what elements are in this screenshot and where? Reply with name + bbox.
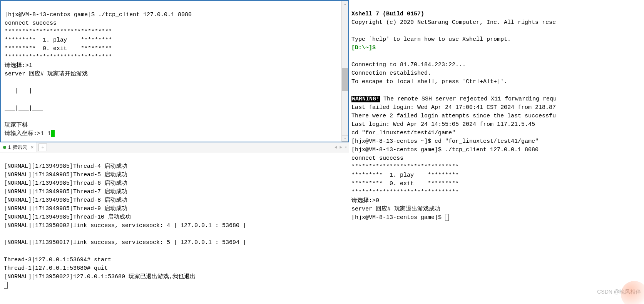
terminal-line: [NORMAL][1713949985]Thread-4 启动成功 xyxy=(4,163,127,170)
attempts-text: There were 2 failed login attempts since… xyxy=(351,113,556,119)
close-icon[interactable]: × xyxy=(31,144,34,150)
terminal-line: 玩家下棋 xyxy=(5,122,28,129)
terminal-line: server 回应# 玩家请开始游戏 xyxy=(5,71,88,77)
terminal-line: [NORMAL][1713949985]Thread-9 启动成功 xyxy=(4,205,127,212)
tab-label: 1 腾讯云 xyxy=(8,144,27,151)
terminal-line: connect success xyxy=(5,20,57,27)
cursor-icon xyxy=(4,282,8,289)
select-prompt: 请选择:>0 xyxy=(351,197,379,204)
scrollbar-thumb[interactable] xyxy=(342,68,348,91)
terminal-line: [NORMAL][1713949985]Thread-8 启动成功 xyxy=(4,197,127,204)
scroll-up-button[interactable]: ▴ xyxy=(342,1,348,7)
add-tab-button[interactable]: + xyxy=(38,144,47,151)
terminal-line: [hjx@VM-8-13-centos game]$ ./tcp_client … xyxy=(5,12,192,18)
terminal-line: ___|___|___ xyxy=(5,88,43,94)
tab-navigation[interactable]: ◄ ► ▾ xyxy=(335,145,347,150)
last-login-text: Last login: Wed Apr 24 14:55:05 2024 fro… xyxy=(351,121,535,128)
terminal-line: ********* 0. exit ********* xyxy=(5,45,112,52)
scroll-down-button[interactable]: ▾ xyxy=(342,135,348,142)
cursor-icon xyxy=(445,214,449,221)
terminal-line: 请选择:>1 xyxy=(5,62,32,69)
tab-tencent-cloud[interactable]: 1 腾讯云 × xyxy=(0,142,37,152)
status-dot-icon xyxy=(3,146,6,149)
right-terminal-pane[interactable]: Xshell 7 (Build 0157) Copyright (c) 2020… xyxy=(349,0,644,304)
terminal-line: [NORMAL][1713950022]127.0.0.1:53680 玩家已退… xyxy=(4,274,196,280)
help-text: Type `help' to learn how to use Xshell p… xyxy=(351,36,511,43)
last-failed-text: Last failed login: Wed Apr 24 17:00:41 C… xyxy=(351,104,556,111)
terminal-line: [NORMAL][1713949985]Thread-7 启动成功 xyxy=(4,189,127,195)
menu-border: ******************************* xyxy=(351,164,459,170)
cursor-icon xyxy=(51,130,55,137)
terminal-line: [NORMAL][1713950017]link success, servic… xyxy=(4,239,246,246)
escape-text: To escape to local shell, press 'Ctrl+Al… xyxy=(351,79,507,85)
terminal-line: [NORMAL][1713949985]Thread-5 启动成功 xyxy=(4,172,127,178)
top-terminal-pane[interactable]: [hjx@VM-8-13-centos game]$ ./tcp_client … xyxy=(0,0,349,142)
terminal-line: ___|___|___ xyxy=(5,105,43,112)
terminal-line: Thread-3|127.0.0.1:53694# start xyxy=(4,257,111,263)
menu-play: ********* 1. play ********* xyxy=(351,172,459,179)
top-terminal-content[interactable]: [hjx@VM-8-13-centos game]$ ./tcp_client … xyxy=(1,1,348,142)
terminal-line: ******************************* xyxy=(5,28,112,35)
terminal-line: [NORMAL][1713950002]link success, servic… xyxy=(4,222,246,229)
terminal-line: Thread-1|127.0.0.1:53680# quit xyxy=(4,265,108,272)
connect-success: connect success xyxy=(351,155,403,162)
cd-command: cd "for_linuxtest/test41/game" xyxy=(351,130,455,136)
prompt-cd: [hjx@VM-8-13-centos ~]$ cd "for_linuxtes… xyxy=(351,138,539,145)
terminal-line: 请输入坐标:>1 1 xyxy=(5,130,51,137)
shell-prompt: [D:\~]$ xyxy=(351,45,376,51)
prompt-run: [hjx@VM-8-13-centos game]$ ./tcp_client … xyxy=(351,147,539,153)
menu-exit: ********* 0. exit ********* xyxy=(351,180,459,187)
copyright-text: Copyright (c) 2020 NetSarang Computer, I… xyxy=(351,19,556,26)
terminal-line: ******************************* xyxy=(5,54,112,60)
terminal-line: ********* 1. play ********* xyxy=(5,37,112,43)
server-response: server 回应# 玩家退出游戏成功 xyxy=(351,206,440,212)
menu-border: ******************************* xyxy=(351,189,459,195)
warning-text: The remote SSH server rejected X11 forwa… xyxy=(380,96,557,102)
terminal-line: [NORMAL][1713949985]Thread-10 启动成功 xyxy=(4,214,131,220)
warning-badge: WARNING! xyxy=(351,96,380,102)
terminal-line: [NORMAL][1713949985]Thread-6 启动成功 xyxy=(4,180,127,187)
tab-bar: 1 腾讯云 × + ◄ ► ▾ xyxy=(0,142,349,152)
connecting-text: Connecting to 81.70.184.223:22... xyxy=(351,62,466,68)
scrollbar[interactable]: ▴ ▾ xyxy=(341,1,348,142)
app-title: Xshell 7 (Build 0157) xyxy=(351,11,424,17)
established-text: Connection established. xyxy=(351,70,431,77)
bottom-terminal-pane[interactable]: [NORMAL][1713949985]Thread-4 启动成功 [NORMA… xyxy=(0,152,349,304)
final-prompt: [hjx@VM-8-13-centos game]$ xyxy=(351,214,445,221)
plus-icon: + xyxy=(41,144,44,150)
